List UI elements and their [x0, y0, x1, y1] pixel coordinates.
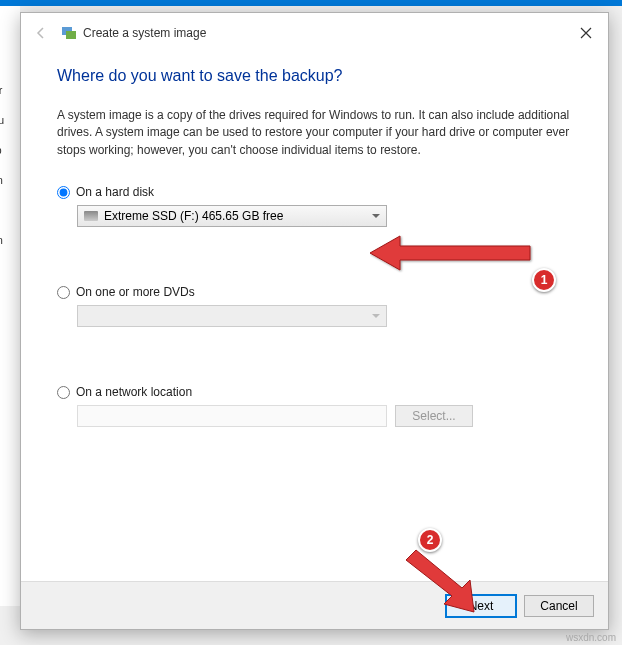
- system-image-dialog: Create a system image Where do you want …: [20, 12, 609, 630]
- radio-network[interactable]: [57, 386, 70, 399]
- option-dvds: On one or more DVDs: [57, 285, 572, 327]
- dialog-content: Where do you want to save the backup? A …: [21, 53, 608, 581]
- svg-rect-1: [66, 31, 76, 39]
- radio-dvds[interactable]: [57, 286, 70, 299]
- watermark: wsxdn.com: [566, 632, 616, 643]
- chevron-down-icon: [372, 314, 380, 318]
- dialog-title: Create a system image: [83, 26, 206, 40]
- radio-hard-disk[interactable]: [57, 186, 70, 199]
- disk-icon: [84, 211, 98, 221]
- dialog-footer: Next Cancel: [21, 581, 608, 629]
- back-icon[interactable]: [29, 21, 53, 45]
- window-topbar: [0, 0, 622, 6]
- radio-hard-disk-label[interactable]: On a hard disk: [76, 185, 154, 199]
- page-heading: Where do you want to save the backup?: [57, 67, 572, 85]
- select-network-button: Select...: [395, 405, 473, 427]
- option-network: On a network location Select...: [57, 385, 572, 427]
- description-text: A system image is a copy of the drives r…: [57, 107, 572, 159]
- background-content: ster ck u kup Win ore Win: [0, 6, 20, 606]
- network-path-input: [77, 405, 387, 427]
- next-button[interactable]: Next: [446, 595, 516, 617]
- selected-drive-text: Extreme SSD (F:) 465.65 GB free: [104, 209, 283, 223]
- dvd-select-combo: [77, 305, 387, 327]
- cancel-button[interactable]: Cancel: [524, 595, 594, 617]
- radio-network-label[interactable]: On a network location: [76, 385, 192, 399]
- radio-dvds-label[interactable]: On one or more DVDs: [76, 285, 195, 299]
- titlebar: Create a system image: [21, 13, 608, 53]
- option-hard-disk: On a hard disk Extreme SSD (F:) 465.65 G…: [57, 185, 572, 227]
- drive-select-combo[interactable]: Extreme SSD (F:) 465.65 GB free: [77, 205, 387, 227]
- app-icon: [61, 25, 77, 41]
- chevron-down-icon: [372, 214, 380, 218]
- close-button[interactable]: [572, 21, 600, 45]
